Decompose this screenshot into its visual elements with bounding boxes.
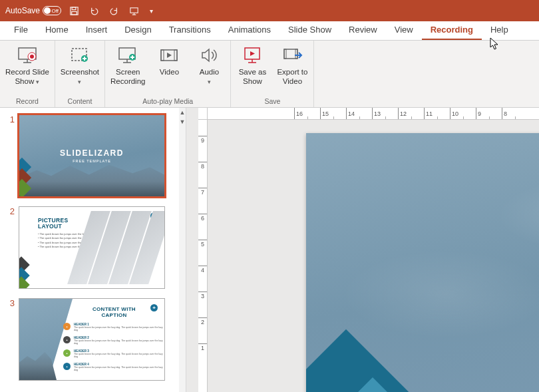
save-as-show-button[interactable]: Save asShow [232,42,272,96]
ribbon-tabs: FileHomeInsertDesignTransitionsAnimation… [0,21,539,41]
vertical-ruler: 987654321 [198,120,208,392]
record-slide-show-button[interactable]: Record SlideShow ▾ [1,42,53,96]
thumbnails-scrollbar[interactable]: ▲ ▼ [179,108,186,392]
ribbon-group-content: Screenshot ▾Content [55,41,105,107]
tab-review[interactable]: Review [340,21,386,40]
autosave-label: AutoSave [5,6,40,15]
tab-home[interactable]: Home [37,21,77,40]
tab-slide-show[interactable]: Slide Show [279,21,340,40]
slideshow-icon[interactable] [126,3,141,18]
save-as-show-icon [242,45,263,66]
redo-icon[interactable] [106,3,121,18]
record-slide-show-icon [17,45,38,66]
slide-number: 1 [5,114,15,197]
tab-file[interactable]: File [5,21,37,40]
audio-icon [198,45,220,66]
export-to-video-button[interactable]: Export toVideo [272,42,312,96]
slide-canvas-area: 1615141312111098 987654321 [186,108,539,392]
scroll-down-icon[interactable]: ▼ [179,117,186,126]
tab-animations[interactable]: Animations [220,21,279,40]
video-button[interactable]: Video [149,42,189,96]
svg-rect-16 [284,49,286,59]
slide-thumbnail-3[interactable]: 3+CONTENT WITHCAPTION•HEADER 1The quick … [0,292,186,383]
tab-recording[interactable]: Recording [422,21,482,40]
slide-stage[interactable] [208,120,539,392]
svg-rect-2 [71,11,77,15]
ribbon-group-record: Record SlideShow ▾Record [0,41,55,107]
slide-thumbnail-2[interactable]: 2+PICTURESLAYOUT• The quick brown fox ju… [0,200,186,292]
qat-more-icon[interactable]: ▾ [146,3,156,18]
svg-rect-17 [295,49,297,59]
ribbon-group-auto-play-media: ScreenRecordingVideoAudio ▾Auto-play Med… [105,41,231,107]
group-label: Auto-play Media [142,96,193,107]
svg-rect-3 [130,7,137,13]
svg-point-6 [30,55,34,59]
tab-view[interactable]: View [386,21,422,40]
tab-help[interactable]: Help [482,21,517,40]
screenshot-button[interactable]: Screenshot ▾ [57,42,103,96]
autosave-toggle[interactable]: AutoSave Off [5,6,61,15]
current-slide[interactable] [306,133,539,392]
screen-recording-button[interactable]: ScreenRecording [106,42,149,96]
tab-transitions[interactable]: Transitions [160,21,220,40]
undo-icon[interactable] [87,3,101,18]
screenshot-icon [69,45,90,66]
ribbon-group-save: Save asShowExport toVideoSave [231,41,314,107]
ribbon: Record SlideShow ▾RecordScreenshot ▾Cont… [0,41,539,108]
save-icon[interactable] [67,3,81,18]
video-icon [158,45,180,66]
screen-recording-icon [117,45,138,66]
svg-rect-1 [72,7,76,9]
export-to-video-icon [281,45,303,66]
work-area: 1SLIDELIZARDFREE TEMPLATE2+PICTURESLAYOU… [0,108,539,392]
group-label: Content [68,96,92,107]
audio-button[interactable]: Audio ▾ [189,42,229,96]
tab-design[interactable]: Design [116,21,160,40]
scroll-up-icon[interactable]: ▲ [179,108,186,117]
slide-number: 3 [5,298,15,381]
slide-number: 2 [5,206,15,289]
group-label: Record [16,96,39,107]
title-bar: AutoSave Off ▾ [0,0,539,21]
tab-insert[interactable]: Insert [77,21,116,40]
ruler-corner [198,108,208,120]
slide-thumbnails-panel[interactable]: 1SLIDELIZARDFREE TEMPLATE2+PICTURESLAYOU… [0,108,186,392]
slide-thumbnail-1[interactable]: 1SLIDELIZARDFREE TEMPLATE [0,108,186,200]
horizontal-ruler: 1615141312111098 [208,108,539,120]
group-label: Save [264,96,280,107]
